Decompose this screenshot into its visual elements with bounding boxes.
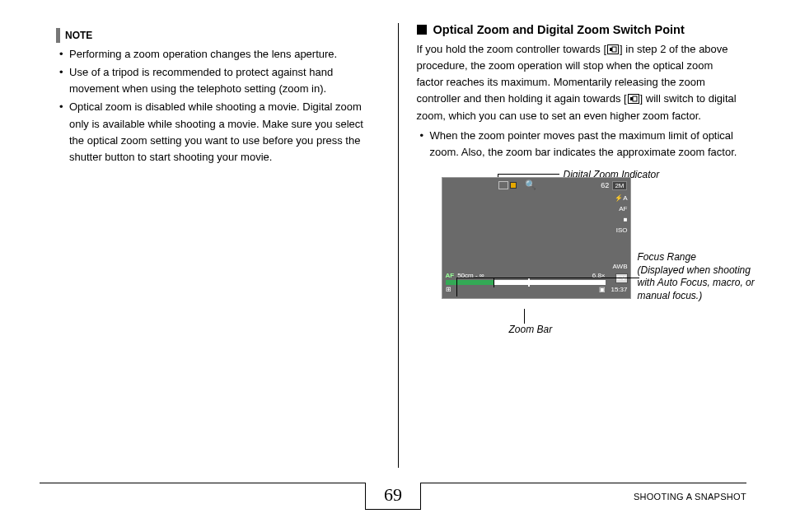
svg-rect-3	[633, 96, 637, 101]
note-item: Use of a tripod is recommended to protec…	[56, 64, 380, 97]
iso-icon: ISO	[616, 226, 628, 235]
zoom-bar-pointer	[528, 278, 530, 287]
page-body: NOTE Performing a zoom operation changes…	[0, 0, 786, 461]
time-label: 15:37	[611, 286, 627, 294]
af-icon: AF	[619, 205, 627, 213]
section-bullet: When the zoom pointer moves past the max…	[417, 128, 741, 161]
zoom-bar-fill	[446, 280, 494, 285]
callout-line	[456, 278, 639, 278]
zoom-bar-area: AF 50cm - ∞ 6.8× ⊞ ▣	[446, 272, 606, 293]
focus-range-title: Focus Range	[638, 251, 757, 264]
drive-icon: ■	[624, 216, 628, 224]
af-label: AF	[446, 272, 455, 279]
footer-section-label: SHOOTING A SNAPSHOT	[634, 492, 746, 502]
note-list: Performing a zoom operation changes the …	[56, 46, 380, 166]
tele-icon: ▣	[599, 286, 606, 293]
note-item: Optical zoom is disabled while shooting …	[56, 99, 380, 166]
flash-icon: ⚡A	[615, 194, 627, 203]
mode-icon	[498, 181, 508, 189]
note-bar-icon	[56, 28, 60, 43]
wide-icon: ⊞	[446, 286, 451, 293]
awb-icon: AWB	[613, 263, 628, 271]
note-heading: NOTE	[56, 28, 380, 43]
size-badge: 2M	[612, 181, 626, 190]
figure: Digital Zoom Indicator 🔍 62 2M ⚡A AF ■ I…	[417, 177, 741, 299]
zoom-bar-label: Zoom Bar	[509, 324, 553, 335]
top-icons	[498, 181, 517, 189]
section-bullets: When the zoom pointer moves past the max…	[417, 128, 741, 161]
ev-icon: EV	[615, 273, 628, 283]
shots-remaining: 62	[601, 181, 609, 189]
section-heading: Optical Zoom and Digital Zoom Switch Poi…	[417, 23, 741, 36]
magnifier-icon: 🔍	[525, 180, 536, 190]
left-column: NOTE Performing a zoom operation changes…	[49, 23, 395, 461]
camera-screen: 🔍 62 2M ⚡A AF ■ ISO AWB EV 15:37	[442, 177, 631, 299]
note-block: NOTE Performing a zoom operation changes…	[56, 28, 380, 166]
column-divider	[398, 23, 399, 468]
focus-range-note: (Displayed when shooting with Auto Focus…	[638, 264, 757, 303]
callout-line	[498, 174, 559, 175]
note-label-text: NOTE	[65, 30, 92, 41]
page-number: 69	[365, 483, 421, 510]
note-item: Performing a zoom operation changes the …	[56, 46, 380, 63]
svg-rect-1	[612, 47, 616, 52]
focus-range-callout: Focus Range (Displayed when shooting wit…	[638, 251, 757, 302]
right-column: Optical Zoom and Digital Zoom Switch Poi…	[402, 23, 747, 461]
top-right: 62 2M	[601, 181, 626, 190]
zoom-tele-icon	[628, 94, 639, 104]
bar-bottom: ⊞ ▣	[446, 286, 606, 293]
side-icons: ⚡A AF ■ ISO AWB EV 15:37	[611, 194, 627, 294]
square-bullet-icon	[417, 25, 427, 35]
section-title: Optical Zoom and Digital Zoom Switch Poi…	[433, 23, 685, 36]
zoom-tele-icon	[607, 44, 619, 54]
memory-icon	[510, 182, 517, 189]
callout-line	[524, 309, 525, 324]
footer: 69 SHOOTING A SNAPSHOT	[40, 483, 746, 519]
zoom-bar-tick	[494, 278, 494, 287]
zoom-bar	[446, 280, 606, 285]
section-paragraph: If you hold the zoom controller towards …	[417, 41, 741, 124]
para-part: If you hold the zoom controller towards …	[417, 43, 607, 55]
